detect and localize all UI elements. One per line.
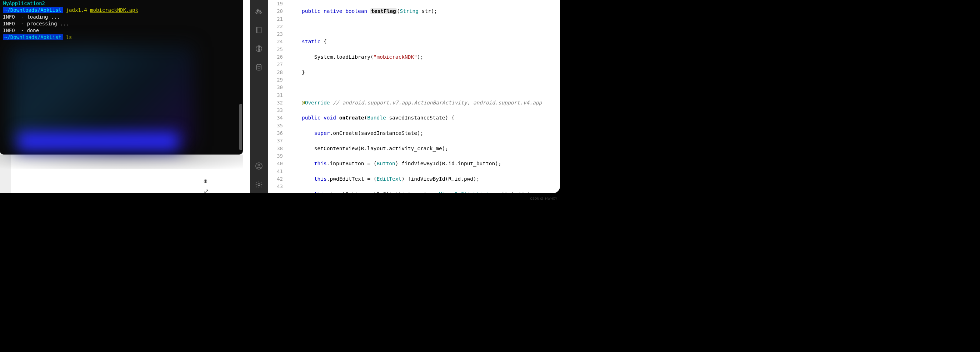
terminal-line-cmd1: ~/Downloads/ApkList jadx1.4 mobicrackNDK… [3, 7, 240, 14]
activity-bar [250, 0, 268, 193]
blurred-region [18, 132, 178, 150]
svg-rect-1 [258, 11, 259, 12]
terminal-log: INFO - processing ... [3, 21, 240, 27]
terminal-scrollbar[interactable] [239, 104, 242, 150]
svg-point-9 [258, 164, 260, 166]
line-gutter: 1920212223242526272829303132333435363738… [268, 0, 289, 193]
code-editor[interactable]: 1920212223242526272829303132333435363738… [268, 0, 560, 193]
terminal-log: INFO - loading ... [3, 14, 240, 21]
main-container: MyApplication2 ~/Downloads/ApkList jadx1… [0, 0, 560, 193]
blurred-region [11, 46, 193, 147]
account-icon[interactable] [255, 162, 263, 170]
crosshair-icon[interactable]: ⊕ [204, 177, 209, 185]
svg-point-10 [258, 184, 260, 186]
terminal-title: MyApplication2 [3, 0, 240, 7]
svg-point-7 [257, 64, 261, 67]
expand-icon[interactable]: ⤢ [204, 187, 209, 195]
terminal-log: INFO - done [3, 27, 240, 34]
terminal-line-cmd2[interactable]: ~/Downloads/ApkList ls [3, 34, 240, 41]
svg-rect-0 [256, 11, 258, 12]
terminal-panel[interactable]: MyApplication2 ~/Downloads/ApkList jadx1… [0, 0, 243, 155]
notebook-icon[interactable] [255, 26, 263, 34]
panel-shadow [0, 155, 243, 169]
docker-icon[interactable] [255, 7, 263, 16]
floating-tool-icons: ⊕ ⤢ [204, 177, 209, 195]
database-icon[interactable] [255, 63, 263, 72]
svg-rect-3 [258, 9, 259, 11]
openai-icon[interactable] [255, 44, 263, 53]
watermark: CSDN @_HWHXY [530, 197, 557, 200]
svg-rect-4 [257, 27, 261, 33]
svg-rect-2 [259, 11, 261, 12]
gear-icon[interactable] [255, 180, 263, 189]
code-content[interactable]: public native boolean testFlag(String st… [289, 0, 560, 193]
